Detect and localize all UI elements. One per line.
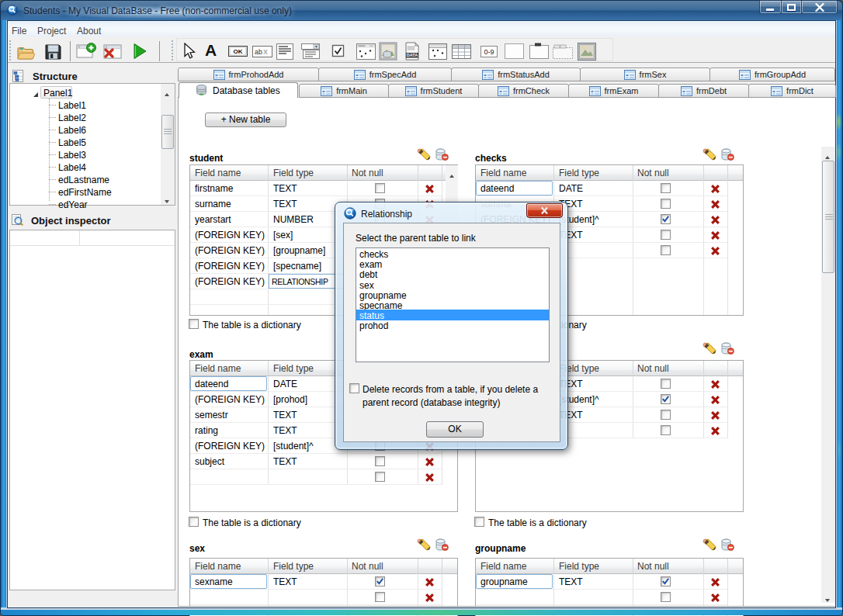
svg-text:X: X: [263, 48, 268, 56]
svg-text:ab: ab: [255, 48, 262, 56]
svg-text:OK: OK: [234, 48, 243, 55]
svg-text:0-9: 0-9: [484, 48, 494, 56]
svg-text:DATA: DATA: [407, 53, 418, 57]
